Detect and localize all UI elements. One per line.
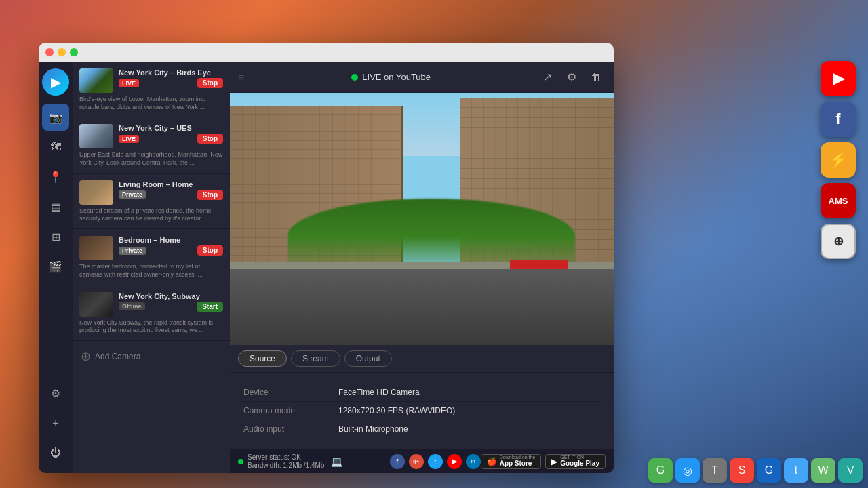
camera-item-3[interactable]: Bedroom – Home Private Stop The master b…: [73, 229, 230, 285]
mini-dock-app1[interactable]: ◎: [675, 458, 700, 483]
camera-thumb-1: [79, 124, 113, 148]
app-store-badge[interactable]: 🍎 Download on the App Store: [481, 454, 542, 469]
sidebar-item-add[interactable]: ＋: [42, 409, 69, 436]
mini-dock-app5[interactable]: t: [784, 458, 808, 483]
camera-btn-0[interactable]: Stop: [197, 78, 223, 88]
camera-desc-1: Upper East Side and neighborhood, Manhat…: [79, 151, 223, 167]
grid-icon: ⊞: [52, 230, 60, 243]
video-icon: 🎬: [49, 260, 62, 273]
camera-name-1: New York City – UES: [119, 124, 223, 132]
tab-source[interactable]: Source: [238, 350, 287, 367]
camera-item-1[interactable]: New York City – UES LIVE Stop Upper East…: [73, 117, 230, 173]
camera-status-4: Offline: [119, 302, 145, 310]
camera-mode-label: Camera mode: [243, 406, 338, 415]
detail-row-device: Device FaceTime HD Camera: [243, 384, 600, 402]
social-googleplus[interactable]: g+: [409, 454, 424, 469]
details-panel: Device FaceTime HD Camera Camera mode 12…: [230, 372, 614, 449]
server-icon: 💻: [331, 456, 342, 467]
camera-item-0[interactable]: New York City – Birds Eye LIVE Stop Bird…: [73, 62, 230, 117]
mini-dock-grammarly[interactable]: G: [648, 458, 673, 483]
google-play-icon: ▶: [551, 457, 557, 466]
dock-youtube[interactable]: ▶: [821, 61, 856, 96]
right-dock: ▶ f ⚡ AMS ⊕: [821, 61, 856, 259]
tabs-row: Source Stream Output: [230, 345, 614, 372]
app-window: ▶ 📷 🗺 📍 ▤ ⊞ 🎬 ⚙: [39, 43, 614, 473]
sidebar-icons: ▶ 📷 🗺 📍 ▤ ⊞ 🎬 ⚙: [39, 62, 73, 473]
camera-mode-value: 868x488 30 FPS (RAWVIDEO): [338, 406, 455, 415]
camera-desc-0: Bird's-eye view of Lower Manhattan, zoom…: [79, 96, 223, 111]
social-linkedin[interactable]: in: [466, 454, 481, 469]
settings-icon: ⚙: [51, 387, 60, 400]
tab-output[interactable]: Output: [344, 350, 392, 367]
server-status-text: Server status: OK Bandwidth: 1.2Mb /1.4M…: [248, 453, 324, 470]
sidebar-item-grid[interactable]: ⊞: [42, 223, 69, 250]
camera-name-4: New York City, Subway: [119, 292, 223, 300]
location-icon: 📍: [49, 171, 62, 184]
camera-btn-4[interactable]: Start: [197, 302, 223, 312]
camera-item-2[interactable]: Living Room – Home Private Stop Secured …: [73, 174, 230, 229]
share-button[interactable]: ↗: [538, 68, 557, 87]
sidebar-item-settings[interactable]: ⚙: [42, 380, 69, 407]
audio-value: Built-in Microphone: [338, 424, 408, 434]
sidebar-item-list[interactable]: ▤: [42, 193, 69, 220]
camera-btn-3[interactable]: Stop: [197, 245, 223, 256]
camera-btn-2[interactable]: Stop: [197, 190, 223, 200]
mini-dock-app4[interactable]: G: [757, 458, 781, 483]
dock-ams[interactable]: AMS: [821, 183, 856, 218]
mini-dock-app2[interactable]: T: [703, 458, 727, 483]
mini-dock-app7[interactable]: V: [838, 458, 863, 483]
traffic-light-minimize[interactable]: [58, 48, 66, 56]
dock-lightning[interactable]: ⚡: [821, 142, 856, 178]
sidebar-item-maps[interactable]: 🗺: [42, 134, 69, 161]
camera-name-0: New York City – Birds Eye: [119, 68, 223, 77]
social-links: f g+ t ▶ in: [390, 454, 481, 469]
camera-status-0: LIVE: [119, 79, 139, 87]
sidebar-item-location[interactable]: 📍: [42, 163, 69, 190]
google-play-badge[interactable]: ▶ GET IT ON Google Play: [545, 454, 606, 469]
add-camera-button[interactable]: ⊕ Add Camera: [73, 341, 230, 372]
sidebar-item-power[interactable]: ⏻: [42, 439, 69, 466]
camera-status-1: LIVE: [119, 135, 139, 143]
detail-row-audio: Audio input Built-in Microphone: [243, 420, 600, 438]
live-indicator: LIVE on YouTube: [252, 72, 530, 82]
detail-row-camera-mode: Camera mode 868x488 30 FPS (RAWVIDEO): [243, 402, 600, 420]
camera-icon: 📷: [49, 111, 62, 124]
mini-dock-app3[interactable]: S: [730, 458, 754, 483]
camera-desc-3: The master bedroom, connected to my list…: [79, 263, 223, 279]
sidebar-item-cameras[interactable]: 📷: [42, 104, 69, 131]
live-label: LIVE on YouTube: [362, 72, 431, 82]
traffic-light-close[interactable]: [45, 48, 54, 56]
camera-item-4[interactable]: New York City, Subway Offline Start New …: [73, 285, 230, 341]
video-preview: [230, 93, 614, 345]
social-facebook[interactable]: f: [390, 454, 405, 469]
main-content: ≡ LIVE on YouTube ↗ ⚙ 🗑: [230, 62, 614, 473]
camera-name-2: Living Room – Home: [119, 180, 223, 188]
top-bar-actions: ↗ ⚙ 🗑: [538, 68, 606, 87]
app-logo[interactable]: ▶: [42, 68, 69, 96]
camera-btn-1[interactable]: Stop: [197, 134, 223, 144]
social-twitter[interactable]: t: [428, 454, 443, 469]
sidebar-item-video[interactable]: 🎬: [42, 253, 69, 280]
bottom-dock: G ◎ T S G t W V: [648, 458, 863, 483]
social-youtube[interactable]: ▶: [447, 454, 462, 469]
app-store-label: App Store: [500, 460, 536, 468]
delete-button[interactable]: 🗑: [587, 68, 606, 87]
camera-thumb-3: [79, 236, 113, 260]
google-play-sublabel: GET IT ON: [560, 455, 599, 460]
camera-desc-4: New York City Subway, the rapid transit …: [79, 319, 223, 335]
server-status-dot: [238, 459, 243, 464]
menu-button[interactable]: ≡: [238, 71, 244, 83]
camera-thumb-4: [79, 292, 113, 317]
traffic-light-maximize[interactable]: [70, 48, 78, 56]
apple-icon: 🍎: [487, 457, 497, 466]
dock-facebook[interactable]: f: [821, 102, 856, 137]
server-status: Server status: OK Bandwidth: 1.2Mb /1.4M…: [238, 453, 390, 470]
top-bar: ≡ LIVE on YouTube ↗ ⚙ 🗑: [230, 62, 614, 93]
settings-button[interactable]: ⚙: [562, 68, 581, 87]
mini-dock-app6[interactable]: W: [811, 458, 835, 483]
logo-icon: ▶: [51, 74, 61, 90]
audio-label: Audio input: [243, 424, 338, 434]
tab-stream[interactable]: Stream: [291, 350, 340, 367]
camera-thumb-0: [79, 68, 113, 93]
dock-scope[interactable]: ⊕: [821, 224, 856, 259]
